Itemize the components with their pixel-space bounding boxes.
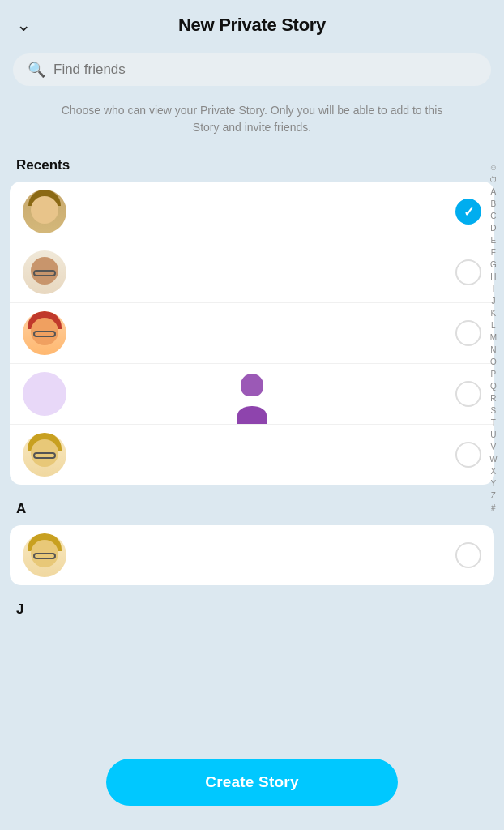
content-area: Recents [0, 149, 504, 622]
select-checkbox[interactable] [455, 542, 481, 568]
alpha-a[interactable]: A [489, 186, 498, 198]
header: ⌄ New Private Story [0, 0, 504, 47]
alpha-f[interactable]: F [489, 247, 498, 259]
avatar [23, 372, 66, 416]
list-item[interactable] [10, 303, 494, 364]
search-icon: 🔍 [28, 62, 45, 77]
alpha-k[interactable]: K [489, 308, 498, 319]
alpha-x[interactable]: X [489, 466, 498, 477]
a-list [10, 525, 494, 585]
alpha-c[interactable]: C [489, 211, 498, 222]
select-checkbox[interactable] [455, 320, 481, 346]
recents-section-header: Recents [0, 149, 504, 178]
alpha-d[interactable]: D [489, 223, 498, 234]
alpha-h[interactable]: H [489, 272, 498, 283]
select-checkbox[interactable] [455, 442, 481, 468]
alpha-o[interactable]: O [489, 357, 498, 368]
alpha-clock[interactable]: ⏱ [488, 174, 499, 186]
alpha-y[interactable]: Y [489, 478, 498, 490]
avatar [23, 533, 66, 577]
avatar [23, 311, 66, 355]
list-item[interactable] [10, 242, 494, 303]
list-item[interactable] [10, 182, 494, 242]
alpha-b[interactable]: B [489, 199, 498, 210]
alpha-q[interactable]: Q [489, 381, 498, 392]
alpha-j[interactable]: J [489, 296, 497, 307]
description-text: Choose who can view your Private Story. … [0, 96, 504, 149]
j-section-header: J [0, 593, 504, 622]
alpha-hash[interactable]: # [489, 503, 498, 514]
alpha-i[interactable]: I [491, 284, 497, 295]
create-story-button[interactable]: Create Story [106, 759, 398, 806]
alpha-e[interactable]: E [489, 235, 498, 246]
alpha-v[interactable]: V [489, 442, 498, 453]
alpha-u[interactable]: U [489, 430, 498, 441]
search-bar: 🔍 [13, 53, 491, 86]
select-checkbox[interactable] [455, 259, 481, 285]
alpha-z[interactable]: Z [489, 490, 498, 502]
alpha-w[interactable]: W [488, 454, 498, 465]
alpha-g[interactable]: G [489, 259, 498, 271]
alpha-l[interactable]: L [489, 320, 498, 332]
back-chevron[interactable]: ⌄ [16, 15, 31, 36]
select-checkbox[interactable] [455, 199, 481, 225]
recents-list [10, 182, 494, 485]
list-item[interactable] [10, 425, 494, 485]
alpha-t[interactable]: T [489, 417, 498, 429]
alphabet-sidebar: ☺ ⏱ A B C D E F G H I J K L M N O P Q R … [488, 162, 499, 514]
alpha-m[interactable]: M [489, 332, 498, 344]
select-checkbox[interactable] [455, 381, 481, 407]
list-item[interactable] [10, 525, 494, 585]
avatar [23, 433, 66, 477]
avatar [23, 190, 66, 233]
page-title: New Private Story [178, 15, 326, 36]
alpha-p[interactable]: P [489, 369, 498, 380]
alpha-s[interactable]: S [489, 405, 498, 417]
alpha-n[interactable]: N [489, 344, 498, 356]
search-container: 🔍 [0, 47, 504, 96]
search-input[interactable] [53, 62, 476, 78]
alpha-emoji[interactable]: ☺ [488, 162, 499, 173]
a-section-header: A [0, 493, 504, 522]
list-item[interactable] [10, 364, 494, 425]
alpha-r[interactable]: R [489, 393, 498, 404]
avatar [23, 250, 66, 294]
bottom-action-area: Create Story [106, 759, 398, 806]
